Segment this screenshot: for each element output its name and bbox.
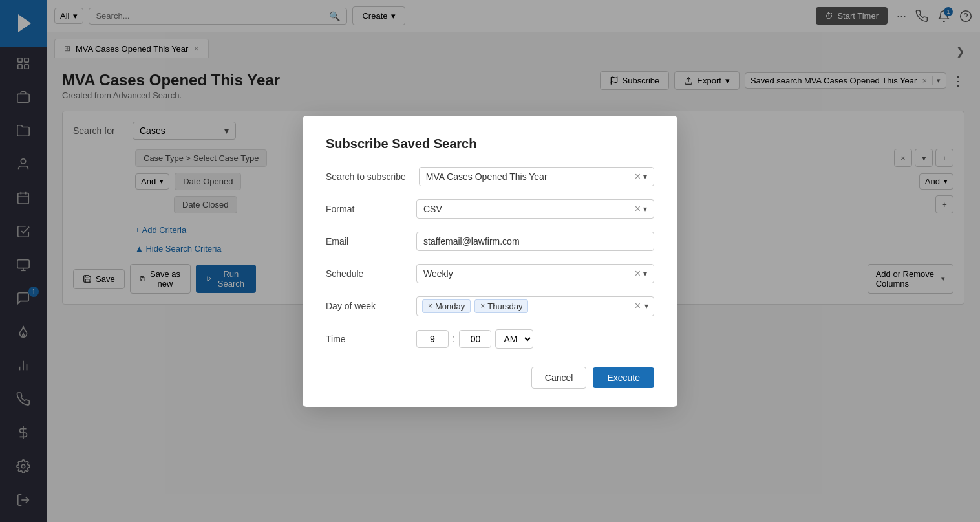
day-tag-thursday-remove[interactable]: × — [480, 301, 485, 310]
day-of-week-clear[interactable]: × — [635, 300, 641, 312]
schedule-control[interactable]: Weekly × ▾ — [416, 264, 654, 283]
format-dropdown[interactable]: ▾ — [643, 204, 647, 213]
time-minute-input[interactable] — [459, 330, 491, 348]
day-tag-thursday: × Thursday — [474, 299, 528, 313]
format-value: CSV — [423, 204, 635, 214]
day-of-week-dropdown[interactable]: ▾ — [644, 301, 648, 310]
email-input[interactable] — [416, 232, 654, 251]
day-tag-thursday-label: Thursday — [487, 301, 522, 311]
time-label: Time — [326, 329, 403, 344]
schedule-clear[interactable]: × — [635, 268, 641, 279]
modal-title: Subscribe Saved Search — [326, 136, 654, 151]
format-clear[interactable]: × — [635, 203, 641, 215]
time-colon: : — [453, 333, 455, 345]
day-tag-monday-remove[interactable]: × — [428, 301, 432, 310]
format-actions: × ▾ — [635, 203, 647, 215]
email-label: Email — [326, 232, 403, 246]
subscribe-modal: Subscribe Saved Search Search to subscri… — [303, 116, 677, 407]
day-tag-monday-label: Monday — [435, 301, 465, 311]
cancel-button[interactable]: Cancel — [531, 367, 587, 389]
search-to-subscribe-label: Search to subscribe — [326, 167, 406, 182]
modal-overlay: Subscribe Saved Search Search to subscri… — [0, 0, 980, 522]
time-input-group: : AM PM — [416, 329, 533, 349]
search-to-subscribe-actions: × ▾ — [635, 171, 647, 182]
form-row-email: Email — [326, 232, 654, 251]
ampm-select[interactable]: AM PM — [495, 329, 533, 349]
form-row-format: Format CSV × ▾ — [326, 199, 654, 219]
search-to-subscribe-value: MVA Cases Opened This Year — [426, 171, 635, 182]
schedule-dropdown[interactable]: ▾ — [643, 269, 647, 278]
search-to-subscribe-dropdown[interactable]: ▾ — [643, 172, 647, 181]
search-to-subscribe-control[interactable]: MVA Cases Opened This Year × ▾ — [419, 167, 654, 186]
time-hour-input[interactable] — [416, 330, 449, 348]
schedule-actions: × ▾ — [635, 268, 647, 279]
schedule-value: Weekly — [423, 268, 635, 279]
form-row-schedule: Schedule Weekly × ▾ — [326, 264, 654, 283]
day-of-week-label: Day of week — [326, 296, 403, 311]
day-tag-monday: × Monday — [422, 299, 471, 313]
search-to-subscribe-clear[interactable]: × — [635, 171, 641, 182]
form-row-day-of-week: Day of week × Monday × Thursday × ▾ — [326, 296, 654, 316]
modal-footer: Cancel Execute — [326, 367, 654, 389]
execute-button[interactable]: Execute — [593, 367, 654, 388]
form-row-search-to-subscribe: Search to subscribe MVA Cases Opened Thi… — [326, 167, 654, 186]
format-label: Format — [326, 199, 403, 214]
format-control[interactable]: CSV × ▾ — [416, 199, 654, 219]
schedule-label: Schedule — [326, 264, 403, 279]
day-tags-container[interactable]: × Monday × Thursday × ▾ — [416, 296, 654, 316]
form-row-time: Time : AM PM — [326, 329, 654, 349]
